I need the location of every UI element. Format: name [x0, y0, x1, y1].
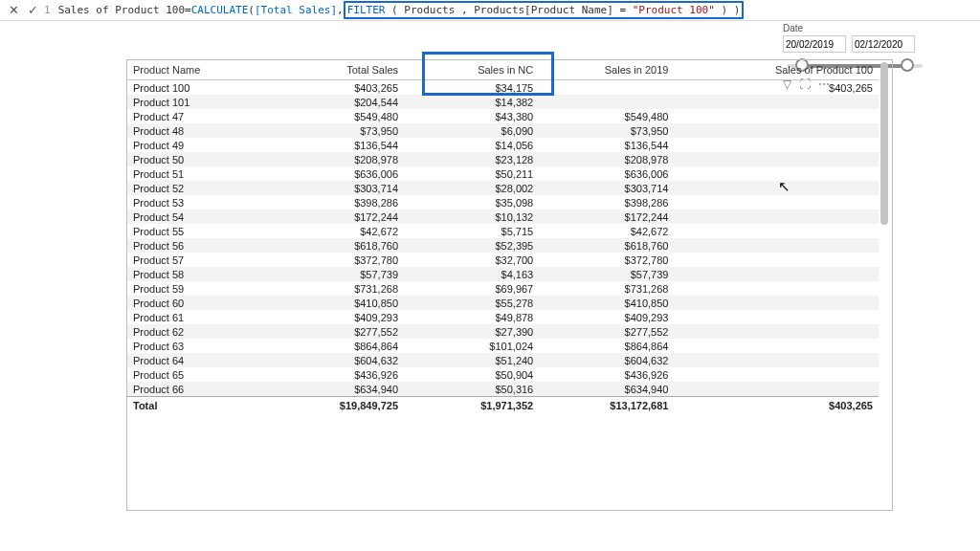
cell-product-name: Product 55	[127, 224, 259, 238]
cell-value: $73,950	[259, 123, 404, 138]
table-row[interactable]: Product 52$303,714$28,002$303,714	[127, 181, 879, 195]
cell-value: $303,714	[539, 181, 674, 195]
cell-value: $57,739	[259, 267, 404, 281]
date-slider-handle-end[interactable]	[901, 58, 914, 72]
table-row[interactable]: Product 100$403,265$34,175$403,265	[127, 80, 879, 96]
cell-value	[674, 138, 879, 152]
header-row: Product Name Total Sales Sales in NC Sal…	[127, 60, 879, 80]
accept-formula-icon[interactable]: ✓	[25, 3, 40, 18]
cell-value	[674, 339, 879, 353]
cell-value: $101,024	[404, 339, 539, 353]
cell-product-name: Product 62	[127, 324, 259, 339]
cell-value: $409,293	[259, 310, 404, 324]
table-row[interactable]: Product 57$372,780$32,700$372,780	[127, 253, 879, 267]
cell-product-name: Product 61	[127, 310, 259, 324]
totals-label: Total	[127, 397, 259, 415]
date-from-input[interactable]	[783, 35, 846, 53]
table-row[interactable]: Product 48$73,950$6,090$73,950	[127, 123, 879, 138]
table-row[interactable]: Product 54$172,244$10,132$172,244	[127, 209, 879, 224]
table-row[interactable]: Product 50$208,978$23,128$208,978	[127, 152, 879, 166]
cell-value	[674, 152, 879, 166]
table-row[interactable]: Product 59$731,268$69,967$731,268	[127, 281, 879, 296]
cell-value	[674, 195, 879, 209]
col-header-total-sales[interactable]: Total Sales	[259, 60, 404, 80]
cell-value: $136,544	[539, 138, 674, 152]
totals-y: $13,172,681	[539, 397, 674, 415]
cell-product-name: Product 53	[127, 195, 259, 209]
table-row[interactable]: Product 49$136,544$14,056$136,544	[127, 138, 879, 152]
cell-product-name: Product 49	[127, 138, 259, 152]
measure-name: Sales of Product 100	[58, 4, 185, 16]
table-row[interactable]: Product 60$410,850$55,278$410,850	[127, 296, 879, 310]
cell-value: $32,700	[404, 253, 539, 267]
cell-value: $618,760	[539, 238, 674, 253]
col-header-product-name[interactable]: Product Name	[127, 60, 259, 80]
table-row[interactable]: Product 47$549,480$43,380$549,480	[127, 109, 879, 123]
cell-value: $34,175	[404, 80, 539, 96]
cell-value: $52,395	[404, 238, 539, 253]
table-row[interactable]: Product 66$634,940$50,316$634,940	[127, 382, 879, 397]
cell-value	[674, 281, 879, 296]
cell-product-name: Product 66	[127, 382, 259, 397]
table-visual[interactable]: Product Name Total Sales Sales in NC Sal…	[126, 59, 893, 511]
cell-value: $618,760	[259, 238, 404, 253]
data-table: Product Name Total Sales Sales in NC Sal…	[127, 60, 879, 414]
highlighted-filter-expression: FILTER ( Products , Products[Product Nam…	[344, 1, 745, 19]
cell-value: $208,978	[259, 152, 404, 166]
cell-value: $277,552	[539, 324, 674, 339]
formula-text[interactable]: 1 Sales of Product 100 = CALCULATE ( [To…	[44, 1, 744, 19]
cell-value: $136,544	[259, 138, 404, 152]
table-row[interactable]: Product 55$42,672$5,715$42,672	[127, 224, 879, 238]
cell-value: $410,850	[259, 296, 404, 310]
cell-value: $4,163	[404, 267, 539, 281]
table-row[interactable]: Product 63$864,864$101,024$864,864	[127, 339, 879, 353]
cell-value: $636,006	[259, 166, 404, 181]
table-row[interactable]: Product 64$604,632$51,240$604,632	[127, 353, 879, 367]
cell-product-name: Product 50	[127, 152, 259, 166]
cell-value	[674, 109, 879, 123]
cell-value: $604,632	[259, 353, 404, 367]
cell-value: $172,244	[259, 209, 404, 224]
formula-bar[interactable]: ✕ ✓ 1 Sales of Product 100 = CALCULATE (…	[0, 0, 980, 21]
cell-value: $398,286	[539, 195, 674, 209]
vertical-scrollbar[interactable]	[880, 62, 890, 508]
table-row[interactable]: Product 65$436,926$50,904$436,926	[127, 367, 879, 382]
cell-value	[674, 253, 879, 267]
cell-value	[674, 310, 879, 324]
cell-product-name: Product 65	[127, 367, 259, 382]
cell-value: $43,380	[404, 109, 539, 123]
col-header-sales-2019[interactable]: Sales in 2019	[539, 60, 674, 80]
table-row[interactable]: Product 101$204,544$14,382	[127, 95, 879, 109]
cell-value: $50,316	[404, 382, 539, 397]
cell-value: $42,672	[259, 224, 404, 238]
cell-value: $636,006	[539, 166, 674, 181]
cancel-formula-icon[interactable]: ✕	[6, 3, 21, 18]
cell-value: $372,780	[259, 253, 404, 267]
cell-value: $50,904	[404, 367, 539, 382]
cell-value: $10,132	[404, 209, 539, 224]
table-row[interactable]: Product 58$57,739$4,163$57,739	[127, 267, 879, 281]
cell-value: $549,480	[539, 109, 674, 123]
cell-value	[674, 367, 879, 382]
col-header-sales-nc[interactable]: Sales in NC	[404, 60, 539, 80]
cell-value: $731,268	[259, 281, 404, 296]
cell-value	[674, 166, 879, 181]
table-row[interactable]: Product 62$277,552$27,390$277,552	[127, 324, 879, 339]
cell-value: $23,128	[404, 152, 539, 166]
table-row[interactable]: Product 51$636,006$50,211$636,006	[127, 166, 879, 181]
cell-product-name: Product 54	[127, 209, 259, 224]
table-row[interactable]: Product 61$409,293$49,878$409,293	[127, 310, 879, 324]
cell-value	[674, 209, 879, 224]
date-to-input[interactable]	[852, 35, 915, 53]
cell-value: $172,244	[539, 209, 674, 224]
totals-p100: $403,265	[674, 397, 879, 415]
table-row[interactable]: Product 53$398,286$35,098$398,286	[127, 195, 879, 209]
cell-value: $57,739	[539, 267, 674, 281]
scroll-thumb[interactable]	[880, 62, 888, 225]
cell-value: $731,268	[539, 281, 674, 296]
cell-value: $409,293	[539, 310, 674, 324]
cell-value: $403,265	[259, 80, 404, 96]
table-row[interactable]: Product 56$618,760$52,395$618,760	[127, 238, 879, 253]
col-header-sales-product-100[interactable]: Sales of Product 100	[674, 60, 879, 80]
cell-value: $398,286	[259, 195, 404, 209]
